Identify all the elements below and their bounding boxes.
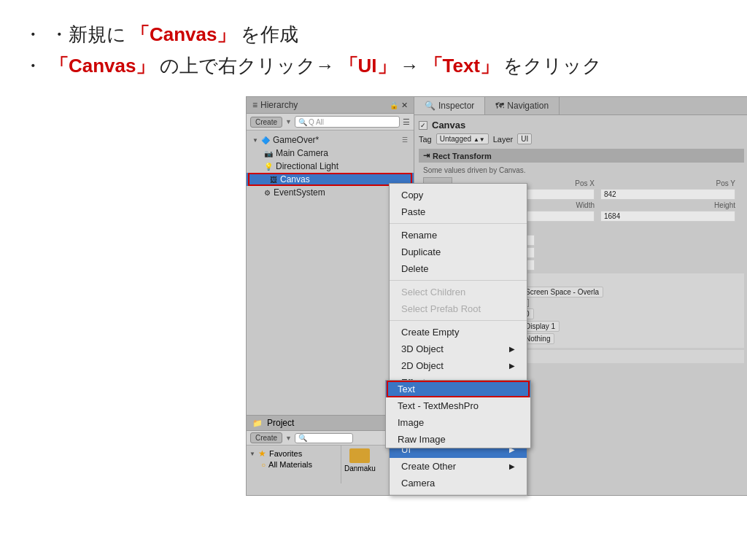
header-line1-prefix: ・新規に [50,20,126,49]
hierarchy-item-camera[interactable]: 📷 Main Camera [247,147,414,160]
transform-icon: ⇥ [423,151,430,160]
hierarchy-create-button[interactable]: Create [250,117,282,128]
menu-item-paste[interactable]: Paste [390,203,527,220]
hierarchy-search-placeholder: Q All [309,118,324,126]
select-prefab-root-label: Select Prefab Root [401,303,481,314]
hierarchy-icon: ≡ [252,100,258,110]
menu-item-camera[interactable]: Camera [390,475,527,491]
hierarchy-options-icon: ☰ [403,117,410,127]
paste-label: Paste [401,206,425,217]
raw-image-label: Raw Image [398,434,446,445]
menu-item-3d-object[interactable]: 3D Object ▶ [390,341,527,357]
menu-item-create-empty[interactable]: Create Empty [390,324,527,341]
canvas-enabled-checkbox[interactable]: ✓ [419,121,427,130]
header-mid: の上で右クリック→ [160,52,335,80]
context-menu[interactable]: Copy Paste Rename Duplicate Delete [389,183,527,496]
menu-item-delete[interactable]: Delete [390,260,527,277]
header-ui-h2: 「UI」 [339,52,396,80]
project-favorites-header[interactable]: ▼ ★ Favorites [249,448,338,459]
textmeshpro-label: Text - TextMeshPro [398,400,479,411]
hierarchy-eventsystem-label: EventSystem [274,187,325,198]
search-icon: 🔍 [298,118,307,126]
inspector-icon: 🔍 [425,101,436,111]
navigation-tab-label: Navigation [507,101,549,111]
tag-dropdown[interactable]: Untagged ▲▼ [436,133,489,144]
layer-dropdown[interactable]: UI [517,133,532,144]
hierarchy-gameobject-label: GameOver* [273,135,319,145]
menu-item-select-prefab-root: Select Prefab Root [390,300,527,317]
menu-item-rename[interactable]: Rename [390,227,527,244]
menu-item-2d-object[interactable]: 2D Object ▶ [390,357,527,374]
inspector-tab-label: Inspector [438,101,474,111]
context-menu-section-3: Select Children Select Prefab Root [390,281,527,321]
height-value[interactable]: 1684 [600,211,735,222]
hierarchy-canvas-label: Canvas [280,174,310,184]
circle-icon: ○ [261,461,266,469]
height-label: Height [600,201,735,209]
header-end: をクリック [503,52,602,80]
lock-icon: 🔒 [390,101,398,109]
render-mode-value[interactable]: Screen Space - Overla [521,287,603,298]
project-folder-icon: 📁 [252,419,263,428]
project-create-button[interactable]: Create [250,432,282,443]
project-all-materials[interactable]: ○ All Materials [249,460,338,469]
camera-icon: 📷 [264,149,273,158]
scene-icon: 🔷 [261,136,270,144]
event-icon: ⚙ [264,189,271,197]
pos-y-value[interactable]: 842 [600,189,735,200]
3d-object-label: 3D Object [401,343,444,354]
menu-item-duplicate[interactable]: Duplicate [390,244,527,260]
rename-label: Rename [401,230,437,241]
create-other-label: Create Other [401,461,456,472]
menu-icon: ☰ [402,136,408,144]
arrow-right-icon: ▶ [509,362,515,370]
hierarchy-search-box[interactable]: 🔍 Q All [295,116,400,128]
menu-item-copy[interactable]: Copy [390,187,527,203]
project-search-input[interactable]: 🔍 [295,433,353,443]
project-search-icon: 🔍 [298,434,307,442]
asset-label: Danmaku [344,464,376,472]
submenu-item-image[interactable]: Image [386,414,530,431]
camera-menu-label: Camera [401,478,435,489]
tag-value: Untagged [440,135,471,143]
tab-inspector[interactable]: 🔍 Inspector [414,97,485,114]
header-canvas-h1: 「Canvas」 [50,52,155,80]
inspector-tabs: 🔍 Inspector 🗺 Navigation [414,97,747,115]
hierarchy-item-gameobject[interactable]: ▼ 🔷 GameOver* ☰ [247,133,414,147]
light-icon: 💡 [264,163,273,171]
menu-item-create-other[interactable]: Create Other ▶ [390,458,527,475]
star-icon: ★ [258,448,266,459]
hierarchy-item-light[interactable]: 💡 Directional Light [247,160,414,173]
duplicate-label: Duplicate [401,246,441,257]
create-empty-label: Create Empty [401,327,459,338]
asset-folder-icon [349,448,370,463]
canvas-header-row: ✓ Canvas [419,120,744,131]
2d-object-label: 2D Object [401,360,444,371]
tag-layer-row: Tag Untagged ▲▼ Layer UI [419,133,744,144]
rect-transform-title: Rect Transform [433,152,492,160]
hierarchy-toolbar: Create ▼ 🔍 Q All ☰ [247,114,414,131]
all-materials-label: All Materials [268,460,312,469]
delete-label: Delete [401,263,429,274]
menu-item-select-children: Select Children [390,284,527,300]
rect-transform-header: ⇥ Rect Transform [419,149,744,163]
favorites-label: Favorites [269,449,302,458]
hierarchy-light-label: Directional Light [276,161,338,171]
project-asset-danmaku[interactable]: Danmaku [344,448,376,481]
submenu-item-text[interactable]: Text [386,381,530,397]
close-icon: ✕ [401,101,408,110]
ui-submenu[interactable]: Text Text - TextMeshPro Image Raw Image [385,380,531,448]
copy-label: Copy [401,190,423,201]
context-menu-section-1: Copy Paste [390,184,527,224]
tag-label: Tag [419,135,432,144]
arrow-right-icon: ▶ [509,345,515,353]
project-title: Project [267,418,294,428]
submenu-item-raw-image[interactable]: Raw Image [386,431,530,448]
context-menu-section-2: Rename Duplicate Delete [390,224,527,281]
submenu-item-textmeshpro[interactable]: Text - TextMeshPro [386,397,530,414]
tab-navigation[interactable]: 🗺 Navigation [485,97,560,114]
hierarchy-title-bar: ≡ Hierarchy 🔒 ✕ [247,97,414,114]
header-line-2: ・ 「Canvas」 の上で右クリック→ 「UI」 → 「Text」 をクリック [23,52,724,80]
image-label: Image [398,417,424,428]
arrow-right-icon: ▶ [509,462,515,470]
